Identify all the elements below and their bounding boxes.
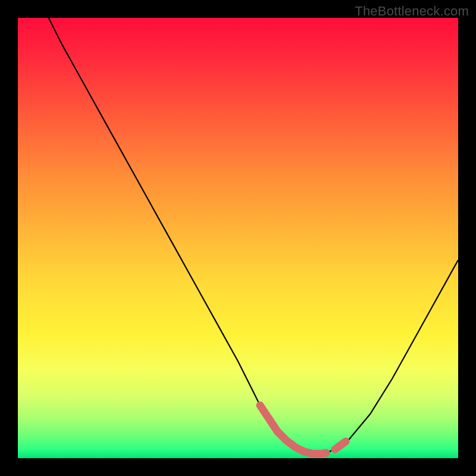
plot-area: [18, 18, 458, 458]
sweet-spot-right: [335, 441, 346, 449]
watermark-text: TheBottleneck.com: [355, 4, 469, 19]
bottleneck-curve: [49, 18, 458, 454]
sweet-spot-left: [260, 405, 326, 453]
bottleneck-curve-svg: [18, 18, 458, 458]
chart-stage: TheBottleneck.com: [0, 0, 476, 476]
